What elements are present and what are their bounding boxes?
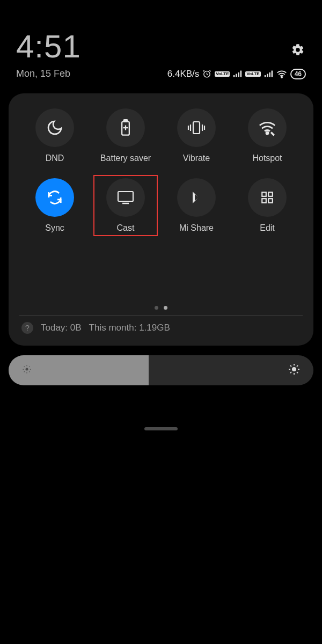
svg-rect-6 bbox=[267, 74, 268, 77]
battery-indicator: 46 bbox=[290, 69, 306, 79]
svg-rect-16 bbox=[268, 192, 273, 196]
svg-rect-1 bbox=[233, 75, 235, 77]
volte-badge-1: VoLTE bbox=[215, 71, 230, 77]
tile-vibrate[interactable]: Vibrate bbox=[161, 108, 232, 163]
svg-point-20 bbox=[292, 367, 296, 371]
data-usage-month: This month: 1.19GB bbox=[89, 323, 170, 333]
help-icon: ? bbox=[21, 322, 33, 334]
svg-rect-17 bbox=[262, 199, 266, 203]
tile-vibrate-label: Vibrate bbox=[183, 153, 210, 163]
tile-mishare-circle bbox=[177, 178, 216, 217]
pager-dot-0[interactable] bbox=[155, 306, 158, 310]
date-label: Mon, 15 Feb bbox=[16, 68, 70, 79]
tile-hotspot[interactable]: Hotspot bbox=[232, 108, 303, 163]
tile-mishare-label: Mi Share bbox=[179, 223, 214, 233]
tile-dnd-circle bbox=[35, 108, 74, 147]
data-usage-row[interactable]: ? Today: 0B This month: 1.19GB bbox=[19, 322, 303, 338]
mishare-icon bbox=[188, 189, 204, 206]
svg-point-13 bbox=[266, 132, 268, 134]
svg-rect-15 bbox=[262, 192, 266, 196]
tile-dnd[interactable]: DND bbox=[19, 108, 90, 163]
svg-point-9 bbox=[281, 76, 282, 77]
svg-rect-4 bbox=[240, 71, 242, 77]
svg-rect-12 bbox=[193, 122, 200, 134]
brightness-low-icon bbox=[21, 364, 32, 377]
tile-vibrate-circle bbox=[177, 108, 216, 147]
tile-cast-label: Cast bbox=[117, 223, 135, 233]
status-bar-right: 6.4KB/s VoLTE VoLTE 46 bbox=[167, 69, 306, 79]
tile-mishare[interactable]: Mi Share bbox=[161, 178, 232, 233]
tile-sync-circle bbox=[35, 178, 74, 217]
tile-hotspot-label: Hotspot bbox=[252, 153, 282, 163]
hotspot-icon bbox=[258, 121, 276, 135]
quick-settings-panel: DND Battery saver Vibrate Hotspot bbox=[9, 93, 313, 346]
tile-battery-label: Battery saver bbox=[100, 153, 151, 163]
svg-rect-2 bbox=[236, 74, 238, 77]
tile-hotspot-circle bbox=[248, 108, 287, 147]
svg-point-19 bbox=[26, 368, 28, 371]
data-usage-today: Today: 0B bbox=[41, 323, 82, 333]
tile-dnd-label: DND bbox=[46, 153, 64, 163]
tile-battery-circle bbox=[106, 108, 145, 147]
alarm-icon bbox=[202, 69, 211, 78]
clock-time: 4:51 bbox=[16, 28, 306, 65]
wifi-icon bbox=[276, 70, 287, 78]
svg-rect-8 bbox=[271, 71, 273, 77]
brightness-high-icon bbox=[288, 363, 301, 378]
battery-plus-icon bbox=[118, 119, 133, 136]
volte-badge-2: VoLTE bbox=[245, 71, 260, 77]
nav-gesture-pill[interactable] bbox=[144, 427, 178, 430]
tile-edit-label: Edit bbox=[260, 223, 275, 233]
pager-dot-1[interactable] bbox=[164, 306, 167, 310]
signal-icon-1 bbox=[233, 70, 242, 77]
vibrate-icon bbox=[187, 120, 206, 135]
tile-edit-circle bbox=[248, 178, 287, 217]
gear-icon bbox=[291, 43, 305, 57]
brightness-slider[interactable] bbox=[9, 355, 313, 385]
svg-rect-14 bbox=[118, 192, 133, 201]
tiles-grid: DND Battery saver Vibrate Hotspot bbox=[19, 108, 303, 233]
tile-edit[interactable]: Edit bbox=[232, 178, 303, 233]
moon-icon bbox=[46, 119, 63, 136]
tile-sync[interactable]: Sync bbox=[19, 178, 90, 233]
tile-sync-label: Sync bbox=[45, 223, 64, 233]
svg-rect-7 bbox=[269, 72, 270, 77]
grid-icon bbox=[260, 191, 274, 204]
settings-button[interactable] bbox=[291, 43, 307, 59]
tile-cast[interactable]: Cast bbox=[90, 178, 161, 233]
tile-cast-circle bbox=[106, 178, 145, 217]
page-indicator bbox=[19, 306, 303, 310]
svg-rect-3 bbox=[238, 72, 240, 77]
signal-icon-2 bbox=[264, 70, 273, 77]
sync-icon bbox=[47, 189, 63, 206]
svg-rect-11 bbox=[124, 120, 128, 121]
svg-rect-18 bbox=[268, 199, 273, 203]
tile-battery-saver[interactable]: Battery saver bbox=[90, 108, 161, 163]
cast-icon bbox=[117, 191, 134, 204]
svg-rect-5 bbox=[264, 75, 266, 77]
panel-divider bbox=[19, 315, 303, 316]
network-speed: 6.4KB/s bbox=[167, 69, 200, 79]
